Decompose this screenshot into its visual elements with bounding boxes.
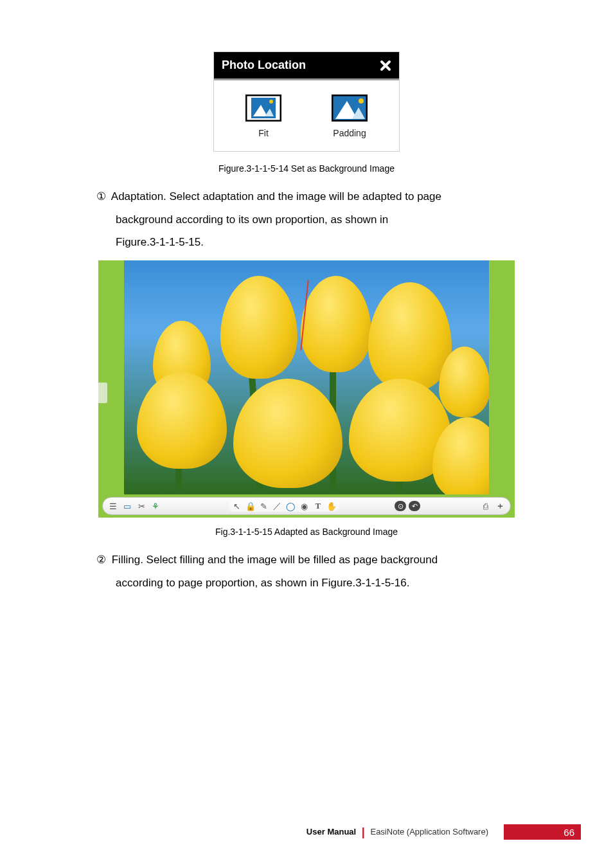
item-1-line-c: Figure.3-1-1-5-15. [96, 231, 517, 254]
circled-1: ① [96, 185, 106, 208]
circle-icon[interactable]: ◯ [286, 501, 296, 511]
figure-caption-15: Fig.3-1-1-5-15 Adapted as Background Ima… [96, 527, 517, 537]
prev-page-icon[interactable]: ↶ [409, 501, 420, 511]
item-1-line-b: background according to its own proporti… [96, 208, 517, 231]
cursor-icon[interactable]: ↖ [232, 501, 242, 511]
line-icon[interactable]: ／ [272, 501, 283, 511]
link-icon[interactable]: ⚘ [150, 501, 161, 511]
screen-icon[interactable]: ▭ [122, 501, 132, 511]
svg-point-4 [269, 100, 273, 104]
footer-product: EasiNote (Application Software) [370, 827, 488, 836]
svg-point-8 [359, 98, 364, 104]
padding-label: Padding [333, 128, 366, 138]
app-screenshot: ☰ ▭ ✂ ⚘ ↖ 🔒 ✎ ／ ◯ ◉ T ✋ ⊙ ↶ ⎙ ＋ [98, 260, 515, 518]
page-footer: User Manual | EasiNote (Application Soft… [0, 824, 613, 840]
text-tool-icon[interactable]: T [313, 501, 323, 511]
hand-icon[interactable]: ✋ [326, 501, 337, 511]
add-page-icon[interactable]: ＋ [495, 501, 505, 511]
menu-icon[interactable]: ☰ [108, 501, 118, 511]
page-indicator[interactable]: ⊙ [395, 501, 406, 511]
item-1-line-a: Adaptation. Select adaptation and the im… [111, 190, 441, 203]
fit-icon [245, 95, 281, 122]
photo-location-dialog: Photo Location Fit [213, 51, 400, 152]
fit-option[interactable]: Fit [245, 95, 281, 138]
export-icon[interactable]: ⎙ [481, 501, 491, 511]
padding-option[interactable]: Padding [332, 95, 368, 138]
dialog-header: Photo Location [214, 52, 399, 80]
side-panel-handle[interactable] [98, 383, 107, 403]
dialog-body: Fit Padding [214, 80, 399, 151]
item-2-line-a: Filling. Select filling and the image wi… [112, 554, 438, 566]
footer-text: User Manual | EasiNote (Application Soft… [306, 826, 488, 839]
circled-2: ② [96, 548, 106, 572]
padding-icon [332, 95, 368, 122]
lock-icon[interactable]: 🔒 [245, 501, 256, 511]
page-number: 66 [504, 824, 581, 840]
footer-user-manual: User Manual [306, 827, 356, 836]
tools-icon[interactable]: ✂ [136, 501, 147, 511]
item-2-line-b: according to page proportion, as shown i… [96, 572, 517, 595]
canvas-background-image [124, 260, 489, 494]
stamp-icon[interactable]: ◉ [299, 501, 310, 511]
close-icon[interactable] [380, 60, 391, 71]
dialog-title: Photo Location [222, 59, 306, 72]
item-2: ② Filling. Select filling and the image … [96, 548, 517, 572]
figure-caption-14: Figure.3-1-1-5-14 Set as Background Imag… [96, 163, 517, 174]
pen-icon[interactable]: ✎ [259, 501, 269, 511]
fit-label: Fit [258, 128, 269, 138]
app-toolbar: ☰ ▭ ✂ ⚘ ↖ 🔒 ✎ ／ ◯ ◉ T ✋ ⊙ ↶ ⎙ ＋ [102, 497, 511, 515]
item-1: ① Adaptation. Select adaptation and the … [96, 185, 517, 208]
